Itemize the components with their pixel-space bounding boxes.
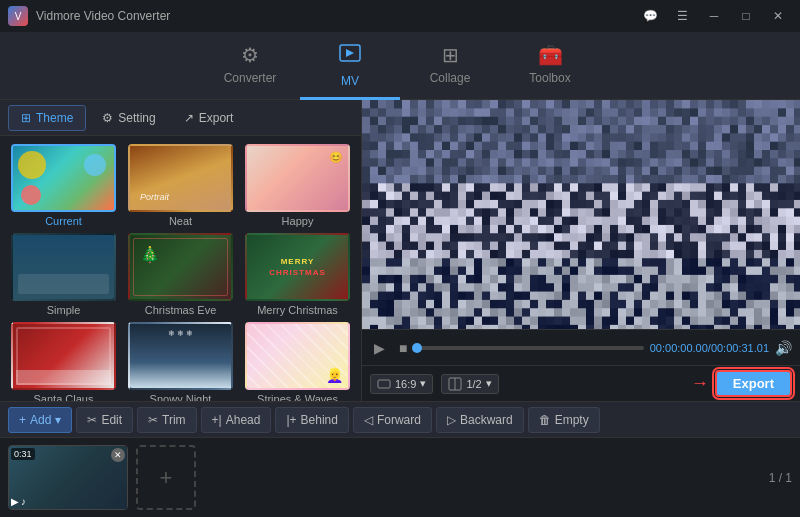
- theme-christmas-eve-label: Christmas Eve: [145, 304, 217, 316]
- film-close-button[interactable]: ✕: [111, 448, 125, 462]
- message-button[interactable]: 💬: [636, 6, 664, 26]
- add-film-button[interactable]: +: [136, 445, 196, 510]
- backward-label: Backward: [460, 413, 513, 427]
- theme-current-label: Current: [45, 215, 82, 227]
- nav-collage[interactable]: ⊞ Collage: [400, 32, 500, 100]
- edit-label: Edit: [101, 413, 122, 427]
- export-tab-icon: ↗: [184, 111, 194, 125]
- trim-icon: ✂: [148, 413, 158, 427]
- theme-christmas-eve[interactable]: 🎄 Christmas Eve: [125, 233, 236, 316]
- quality-icon: [448, 377, 462, 391]
- theme-happy-label: Happy: [282, 215, 314, 227]
- theme-merry-christmas[interactable]: MERRY CHRISTMAS Merry Christmas: [242, 233, 353, 316]
- film-media-icons: ▶ ♪: [11, 496, 26, 507]
- converter-icon: ⚙: [241, 43, 259, 67]
- tab-theme[interactable]: ⊞ Theme: [8, 105, 86, 131]
- export-button[interactable]: Export: [715, 370, 792, 397]
- backward-button[interactable]: ▷ Backward: [436, 407, 524, 433]
- ratio-chevron: ▾: [420, 377, 426, 390]
- theme-tab-icon: ⊞: [21, 111, 31, 125]
- theme-thumb-santa: [11, 322, 116, 390]
- forward-button[interactable]: ◁ Forward: [353, 407, 432, 433]
- theme-thumb-christmas-eve: 🎄: [128, 233, 233, 301]
- theme-neat[interactable]: Portrait Neat: [125, 144, 236, 227]
- maximize-button[interactable]: □: [732, 6, 760, 26]
- add-button[interactable]: + Add ▾: [8, 407, 72, 433]
- tab-setting[interactable]: ⚙ Setting: [90, 105, 167, 131]
- ahead-label: Ahead: [226, 413, 261, 427]
- setting-tab-icon: ⚙: [102, 111, 113, 125]
- theme-happy[interactable]: 😊 Happy: [242, 144, 353, 227]
- add-chevron: ▾: [55, 413, 61, 427]
- theme-grid: ✓ Current Portrait Neat: [0, 136, 361, 401]
- nav-toolbox-label: Toolbox: [529, 71, 570, 85]
- ahead-icon: +|: [212, 413, 222, 427]
- theme-snowy-night[interactable]: ❄ ❄ ❄ Snowy Night: [125, 322, 236, 401]
- theme-stripes-waves[interactable]: 👱‍♀️ Stripes & Waves: [242, 322, 353, 401]
- theme-simple[interactable]: Simple: [8, 233, 119, 316]
- top-nav: ⚙ Converter MV ⊞ Collage 🧰 Toolbox: [0, 32, 800, 100]
- nav-converter[interactable]: ⚙ Converter: [200, 32, 300, 100]
- nav-toolbox[interactable]: 🧰 Toolbox: [500, 32, 600, 100]
- add-icon: +: [19, 413, 26, 427]
- add-film-icon: +: [160, 465, 173, 491]
- theme-snowy-night-label: Snowy Night: [150, 393, 212, 401]
- app-icon: V: [8, 6, 28, 26]
- theme-thumb-merry-christmas: MERRY CHRISTMAS: [245, 233, 350, 301]
- theme-current[interactable]: ✓ Current: [8, 144, 119, 227]
- theme-thumb-stripes: 👱‍♀️: [245, 322, 350, 390]
- nav-collage-label: Collage: [430, 71, 471, 85]
- theme-thumb-happy: 😊: [245, 144, 350, 212]
- svg-rect-1: [378, 380, 390, 388]
- ahead-button[interactable]: +| Ahead: [201, 407, 272, 433]
- volume-icon[interactable]: 🔊: [775, 340, 792, 356]
- nav-converter-label: Converter: [224, 71, 277, 85]
- play-button[interactable]: ▶: [370, 338, 389, 358]
- behind-icon: |+: [286, 413, 296, 427]
- theme-simple-label: Simple: [47, 304, 81, 316]
- video-preview: [362, 100, 800, 329]
- title-bar: V Vidmore Video Converter 💬 ☰ ─ □ ✕: [0, 0, 800, 32]
- left-panel: ⊞ Theme ⚙ Setting ↗ Export ✓: [0, 100, 362, 401]
- quality-select[interactable]: 1/2 ▾: [441, 374, 498, 394]
- right-panel: ▶ ■ 00:00:00.00/00:00:31.01 🔊 16:9 ▾ 1/2: [362, 100, 800, 401]
- forward-icon: ◁: [364, 413, 373, 427]
- title-bar-left: V Vidmore Video Converter: [8, 6, 170, 26]
- time-display: 00:00:00.00/00:00:31.01: [650, 342, 769, 354]
- theme-santa-claus[interactable]: Santa Claus: [8, 322, 119, 401]
- behind-label: Behind: [301, 413, 338, 427]
- tab-export[interactable]: ↗ Export: [172, 105, 246, 131]
- mv-icon: [338, 41, 362, 70]
- progress-bar[interactable]: [417, 346, 643, 350]
- close-button[interactable]: ✕: [764, 6, 792, 26]
- sub-tabs: ⊞ Theme ⚙ Setting ↗ Export: [0, 100, 361, 136]
- window-controls: 💬 ☰ ─ □ ✕: [636, 6, 792, 26]
- timeline-controls: ▶ ■ 00:00:00.00/00:00:31.01 🔊: [362, 329, 800, 365]
- empty-button[interactable]: 🗑 Empty: [528, 407, 600, 433]
- app-title: Vidmore Video Converter: [36, 9, 170, 23]
- behind-button[interactable]: |+ Behind: [275, 407, 349, 433]
- page-counter: 1 / 1: [769, 471, 792, 485]
- nav-mv[interactable]: MV: [300, 32, 400, 100]
- empty-label: Empty: [555, 413, 589, 427]
- quality-chevron: ▾: [486, 377, 492, 390]
- minimize-button[interactable]: ─: [700, 6, 728, 26]
- trim-button[interactable]: ✂ Trim: [137, 407, 197, 433]
- film-item[interactable]: 0:31 ✕ ▶ ♪: [8, 445, 128, 510]
- toolbox-icon: 🧰: [538, 43, 563, 67]
- film-audio-icon: ♪: [21, 496, 26, 507]
- theme-tab-label: Theme: [36, 111, 73, 125]
- menu-button[interactable]: ☰: [668, 6, 696, 26]
- nav-mv-label: MV: [341, 74, 359, 88]
- theme-stripes-waves-label: Stripes & Waves: [257, 393, 338, 401]
- export-bar: 16:9 ▾ 1/2 ▾ → Export: [362, 365, 800, 401]
- export-arrow: →: [691, 373, 709, 394]
- aspect-ratio-select[interactable]: 16:9 ▾: [370, 374, 433, 394]
- theme-thumb-neat: Portrait: [128, 144, 233, 212]
- export-tab-label: Export: [199, 111, 234, 125]
- film-duration: 0:31: [11, 448, 35, 460]
- edit-button[interactable]: ✂ Edit: [76, 407, 133, 433]
- film-video-icon: ▶: [11, 496, 19, 507]
- stop-button[interactable]: ■: [395, 338, 411, 358]
- trim-label: Trim: [162, 413, 186, 427]
